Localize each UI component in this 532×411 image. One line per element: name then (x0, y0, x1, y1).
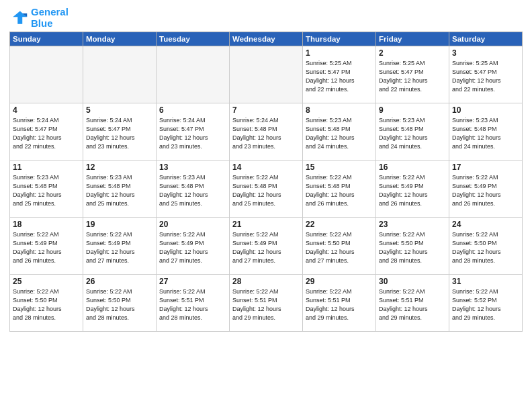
calendar-cell: 6Sunrise: 5:24 AM Sunset: 5:47 PM Daylig… (157, 103, 230, 161)
cell-info: Sunrise: 5:23 AM Sunset: 5:48 PM Dayligh… (159, 173, 226, 208)
cell-info: Sunrise: 5:22 AM Sunset: 5:48 PM Dayligh… (232, 173, 300, 208)
cell-info: Sunrise: 5:22 AM Sunset: 5:50 PM Dayligh… (306, 230, 373, 265)
header: General Blue (9, 7, 523, 29)
calendar-cell (10, 46, 83, 103)
cell-info: Sunrise: 5:23 AM Sunset: 5:48 PM Dayligh… (452, 116, 519, 151)
day-number: 23 (379, 220, 446, 229)
cell-info: Sunrise: 5:22 AM Sunset: 5:49 PM Dayligh… (13, 230, 80, 265)
day-number: 2 (379, 48, 446, 58)
weekday-friday: Friday (376, 32, 449, 46)
calendar-cell: 10Sunrise: 5:23 AM Sunset: 5:48 PM Dayli… (449, 103, 523, 161)
calendar-cell: 5Sunrise: 5:24 AM Sunset: 5:47 PM Daylig… (83, 103, 157, 161)
calendar-cell: 8Sunrise: 5:23 AM Sunset: 5:48 PM Daylig… (303, 103, 376, 161)
day-number: 3 (452, 48, 519, 58)
week-row-2: 4Sunrise: 5:24 AM Sunset: 5:47 PM Daylig… (10, 103, 523, 161)
calendar-cell: 14Sunrise: 5:22 AM Sunset: 5:48 PM Dayli… (230, 161, 303, 218)
day-number: 7 (232, 105, 300, 115)
calendar-cell: 9Sunrise: 5:23 AM Sunset: 5:48 PM Daylig… (376, 103, 449, 161)
calendar-cell: 15Sunrise: 5:22 AM Sunset: 5:48 PM Dayli… (303, 161, 376, 218)
weekday-tuesday: Tuesday (157, 32, 230, 46)
day-number: 14 (232, 163, 300, 172)
calendar-cell: 25Sunrise: 5:22 AM Sunset: 5:50 PM Dayli… (10, 275, 83, 332)
cell-info: Sunrise: 5:22 AM Sunset: 5:49 PM Dayligh… (86, 230, 153, 265)
cell-info: Sunrise: 5:24 AM Sunset: 5:47 PM Dayligh… (86, 116, 153, 151)
cell-info: Sunrise: 5:23 AM Sunset: 5:48 PM Dayligh… (86, 173, 153, 208)
day-number: 8 (306, 105, 373, 115)
logo-icon (9, 9, 28, 28)
day-number: 25 (13, 277, 80, 286)
calendar-cell: 12Sunrise: 5:23 AM Sunset: 5:48 PM Dayli… (83, 161, 157, 218)
cell-info: Sunrise: 5:22 AM Sunset: 5:51 PM Dayligh… (159, 287, 226, 322)
cell-info: Sunrise: 5:23 AM Sunset: 5:48 PM Dayligh… (13, 173, 80, 208)
calendar-cell (230, 46, 303, 103)
calendar-cell: 11Sunrise: 5:23 AM Sunset: 5:48 PM Dayli… (10, 161, 83, 218)
cell-info: Sunrise: 5:22 AM Sunset: 5:51 PM Dayligh… (306, 287, 373, 322)
day-number: 27 (159, 277, 226, 286)
cell-info: Sunrise: 5:22 AM Sunset: 5:52 PM Dayligh… (452, 287, 519, 322)
day-number: 4 (13, 105, 80, 115)
day-number: 20 (159, 220, 226, 229)
cell-info: Sunrise: 5:22 AM Sunset: 5:50 PM Dayligh… (452, 230, 519, 265)
cell-info: Sunrise: 5:22 AM Sunset: 5:49 PM Dayligh… (452, 173, 519, 208)
cell-info: Sunrise: 5:22 AM Sunset: 5:51 PM Dayligh… (379, 287, 446, 322)
day-number: 9 (379, 105, 446, 115)
weekday-thursday: Thursday (303, 32, 376, 46)
day-number: 13 (159, 163, 226, 172)
day-number: 24 (452, 220, 519, 229)
day-number: 22 (306, 220, 373, 229)
day-number: 26 (86, 277, 153, 286)
day-number: 18 (13, 220, 80, 229)
calendar-cell: 22Sunrise: 5:22 AM Sunset: 5:50 PM Dayli… (303, 218, 376, 275)
calendar-cell: 18Sunrise: 5:22 AM Sunset: 5:49 PM Dayli… (10, 218, 83, 275)
weekday-header-row: SundayMondayTuesdayWednesdayThursdayFrid… (10, 32, 523, 46)
calendar-cell: 26Sunrise: 5:22 AM Sunset: 5:50 PM Dayli… (83, 275, 157, 332)
cell-info: Sunrise: 5:25 AM Sunset: 5:47 PM Dayligh… (452, 59, 519, 94)
cell-info: Sunrise: 5:22 AM Sunset: 5:51 PM Dayligh… (232, 287, 300, 322)
day-number: 19 (86, 220, 153, 229)
week-row-3: 11Sunrise: 5:23 AM Sunset: 5:48 PM Dayli… (10, 161, 523, 218)
cell-info: Sunrise: 5:22 AM Sunset: 5:49 PM Dayligh… (159, 230, 226, 265)
weekday-sunday: Sunday (10, 32, 83, 46)
day-number: 28 (232, 277, 300, 286)
calendar-cell: 7Sunrise: 5:24 AM Sunset: 5:48 PM Daylig… (230, 103, 303, 161)
logo: General Blue (9, 7, 69, 29)
week-row-5: 25Sunrise: 5:22 AM Sunset: 5:50 PM Dayli… (10, 275, 523, 332)
calendar-cell: 2Sunrise: 5:25 AM Sunset: 5:47 PM Daylig… (376, 46, 449, 103)
calendar-cell: 16Sunrise: 5:22 AM Sunset: 5:49 PM Dayli… (376, 161, 449, 218)
cell-info: Sunrise: 5:25 AM Sunset: 5:47 PM Dayligh… (379, 59, 446, 94)
day-number: 31 (452, 277, 519, 286)
calendar-cell: 29Sunrise: 5:22 AM Sunset: 5:51 PM Dayli… (303, 275, 376, 332)
svg-marker-0 (13, 11, 27, 24)
day-number: 21 (232, 220, 300, 229)
calendar-cell: 17Sunrise: 5:22 AM Sunset: 5:49 PM Dayli… (449, 161, 523, 218)
calendar-cell: 13Sunrise: 5:23 AM Sunset: 5:48 PM Dayli… (157, 161, 230, 218)
calendar-cell: 30Sunrise: 5:22 AM Sunset: 5:51 PM Dayli… (376, 275, 449, 332)
cell-info: Sunrise: 5:24 AM Sunset: 5:47 PM Dayligh… (13, 116, 80, 151)
cell-info: Sunrise: 5:24 AM Sunset: 5:47 PM Dayligh… (159, 116, 226, 151)
day-number: 6 (159, 105, 226, 115)
cell-info: Sunrise: 5:23 AM Sunset: 5:48 PM Dayligh… (306, 116, 373, 151)
day-number: 12 (86, 163, 153, 172)
calendar-cell: 27Sunrise: 5:22 AM Sunset: 5:51 PM Dayli… (157, 275, 230, 332)
day-number: 15 (306, 163, 373, 172)
day-number: 5 (86, 105, 153, 115)
weekday-saturday: Saturday (449, 32, 523, 46)
calendar-cell: 3Sunrise: 5:25 AM Sunset: 5:47 PM Daylig… (449, 46, 523, 103)
calendar-cell: 4Sunrise: 5:24 AM Sunset: 5:47 PM Daylig… (10, 103, 83, 161)
calendar-cell: 19Sunrise: 5:22 AM Sunset: 5:49 PM Dayli… (83, 218, 157, 275)
cell-info: Sunrise: 5:23 AM Sunset: 5:48 PM Dayligh… (379, 116, 446, 151)
day-number: 30 (379, 277, 446, 286)
cell-info: Sunrise: 5:22 AM Sunset: 5:50 PM Dayligh… (13, 287, 80, 322)
calendar-cell (83, 46, 157, 103)
weekday-monday: Monday (83, 32, 157, 46)
cell-info: Sunrise: 5:22 AM Sunset: 5:49 PM Dayligh… (232, 230, 300, 265)
day-number: 16 (379, 163, 446, 172)
cell-info: Sunrise: 5:22 AM Sunset: 5:49 PM Dayligh… (379, 173, 446, 208)
day-number: 10 (452, 105, 519, 115)
week-row-4: 18Sunrise: 5:22 AM Sunset: 5:49 PM Dayli… (10, 218, 523, 275)
day-number: 11 (13, 163, 80, 172)
weekday-wednesday: Wednesday (230, 32, 303, 46)
calendar-cell: 28Sunrise: 5:22 AM Sunset: 5:51 PM Dayli… (230, 275, 303, 332)
day-number: 1 (306, 48, 373, 58)
calendar-cell: 21Sunrise: 5:22 AM Sunset: 5:49 PM Dayli… (230, 218, 303, 275)
